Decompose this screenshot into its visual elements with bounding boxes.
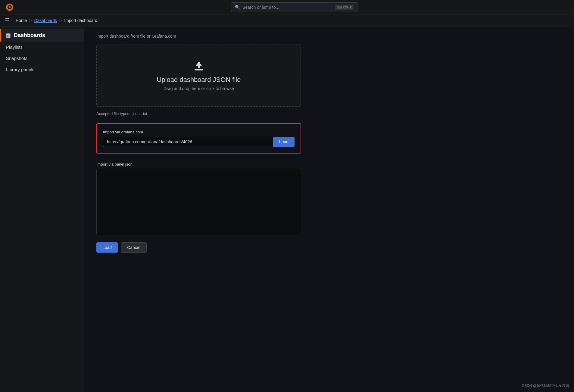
shortcut-icon: ⌨ (337, 5, 342, 9)
svg-marker-9 (196, 62, 202, 66)
shortcut-label: ctrl+k (343, 5, 352, 9)
hamburger-menu[interactable]: ☰ (5, 17, 10, 24)
load-button[interactable]: Load (96, 242, 118, 253)
upload-icon (193, 60, 205, 72)
layout: ▦ Dashboards Playlists Snapshots Library… (0, 26, 574, 392)
sidebar-item-playlists[interactable]: Playlists (0, 42, 84, 53)
playlists-label: Playlists (6, 45, 23, 50)
import-via-row: Load (103, 137, 295, 147)
sidebar-item-library-panels[interactable]: Library panels (0, 64, 84, 75)
search-placeholder: Search or jump to... (242, 5, 335, 10)
sidebar-item-snapshots[interactable]: Snapshots (0, 53, 84, 64)
sidebar: ▦ Dashboards Playlists Snapshots Library… (0, 26, 84, 392)
library-panels-label: Library panels (6, 67, 34, 72)
import-via-grafana-section: Import via grafana.com Load (96, 123, 301, 154)
grafana-logo (5, 2, 14, 12)
import-url-input[interactable] (103, 137, 273, 147)
search-shortcut: ⌨ ctrl+k (335, 5, 354, 10)
breadcrumb-dashboards[interactable]: Dashboards (34, 18, 57, 23)
import-via-label: Import via grafana.com (103, 130, 295, 134)
watermark: CSDN @敲代码敲到头发茂密 (522, 383, 569, 388)
svg-point-3 (9, 6, 11, 8)
search-bar[interactable]: 🔍 Search or jump to... ⌨ ctrl+k (231, 2, 357, 12)
snapshots-label: Snapshots (6, 56, 27, 61)
upload-subtitle: Drag and drop here or click to browse (103, 86, 295, 91)
panel-json-label: Import via panel json (96, 162, 301, 166)
breadcrumb-sep1: > (29, 18, 32, 23)
breadcrumb-sep2: > (59, 18, 62, 23)
sidebar-item-dashboards[interactable]: ▦ Dashboards (0, 29, 84, 42)
sidebar-active-label: Dashboards (14, 32, 45, 39)
upload-dropzone[interactable]: Upload dashboard JSON file Drag and drop… (96, 45, 301, 107)
dashboards-icon: ▦ (6, 32, 11, 39)
panel-json-textarea[interactable] (96, 169, 301, 235)
import-header: Import dashboard from file or Grafana.co… (96, 34, 562, 39)
topbar: 🔍 Search or jump to... ⌨ ctrl+k (0, 0, 574, 14)
cancel-button[interactable]: Cancel (121, 242, 147, 253)
breadcrumb-current: Import dashboard (64, 18, 97, 23)
upload-title: Upload dashboard JSON file (103, 76, 295, 84)
svg-rect-10 (195, 69, 203, 70)
breadcrumb-home[interactable]: Home (16, 18, 27, 23)
import-load-button[interactable]: Load (273, 137, 295, 147)
bottom-actions: Load Cancel (96, 242, 301, 253)
accepted-files-text: Accepted file types: .json, .txt (96, 111, 562, 116)
search-icon: 🔍 (235, 5, 240, 10)
main-content: Import dashboard from file or Grafana.co… (84, 26, 574, 392)
breadcrumb-bar: ☰ Home > Dashboards > Import dashboard (0, 14, 574, 26)
